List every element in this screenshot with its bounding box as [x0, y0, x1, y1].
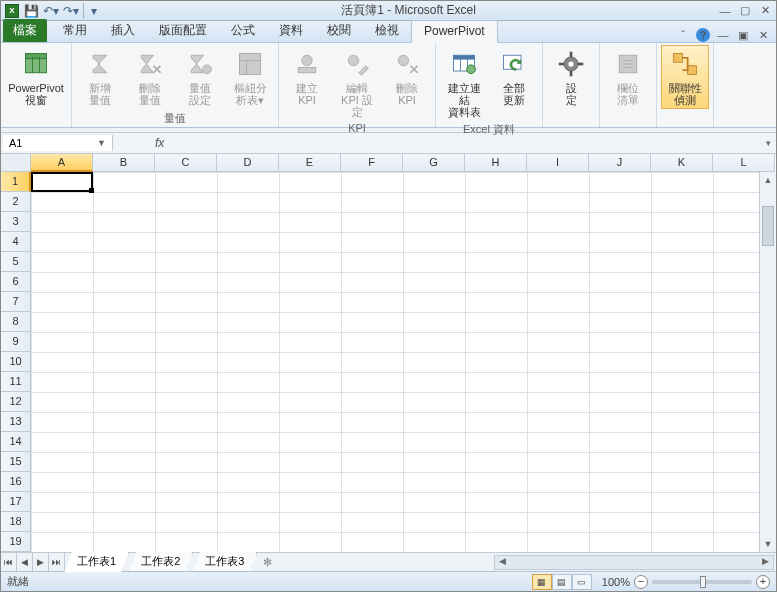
ribbon-update_all-button[interactable]: 全部 更新: [490, 45, 538, 109]
row-header-19[interactable]: 19: [1, 532, 31, 552]
row-header-12[interactable]: 12: [1, 392, 31, 412]
vertical-scrollbar[interactable]: ▲ ▼: [759, 172, 776, 552]
relation-icon: [669, 48, 701, 80]
formula-bar-expand-icon[interactable]: ▾: [760, 138, 776, 148]
row-header-17[interactable]: 17: [1, 492, 31, 512]
column-header-C[interactable]: C: [155, 154, 217, 172]
row-header-1[interactable]: 1: [1, 172, 31, 192]
help-icon[interactable]: ?: [696, 28, 710, 42]
row-header-10[interactable]: 10: [1, 352, 31, 372]
row-header-16[interactable]: 16: [1, 472, 31, 492]
sheet-nav-last-icon[interactable]: ⏭: [49, 553, 65, 571]
minimize-button[interactable]: —: [718, 4, 732, 18]
tab-PowerPivot[interactable]: PowerPivot: [411, 20, 498, 43]
column-header-F[interactable]: F: [341, 154, 403, 172]
column-header-L[interactable]: L: [713, 154, 775, 172]
zoom-out-button[interactable]: −: [634, 575, 648, 589]
tab-校閱[interactable]: 校閱: [315, 19, 363, 42]
sheet-nav-next-icon[interactable]: ▶: [33, 553, 49, 571]
ribbon-group-label: [661, 125, 709, 127]
ribbon-group: 新增 量值刪除 量值量值 設定樞紐分 析表▾量值: [72, 43, 279, 127]
tab-版面配置[interactable]: 版面配置: [147, 19, 219, 42]
ribbon-relation_detect-button[interactable]: 關聯性 偵測: [661, 45, 709, 109]
tab-file[interactable]: 檔案: [3, 19, 47, 42]
tab-插入[interactable]: 插入: [99, 19, 147, 42]
ribbon-linked_table-button[interactable]: 建立連結 資料表: [440, 45, 488, 121]
ribbon-settings-button[interactable]: 設 定: [547, 45, 595, 109]
formula-input[interactable]: [170, 135, 760, 151]
maximize-button[interactable]: ▢: [738, 4, 752, 18]
ribbon-minimize-icon[interactable]: ˇ: [676, 28, 690, 42]
mdi-restore-icon[interactable]: ▣: [736, 28, 750, 42]
scroll-down-icon[interactable]: ▼: [760, 536, 776, 552]
sheet-nav-first-icon[interactable]: ⏮: [1, 553, 17, 571]
close-button[interactable]: ✕: [758, 4, 772, 18]
hscroll-left-icon[interactable]: ◀: [495, 556, 510, 566]
undo-icon[interactable]: ↶▾: [43, 3, 59, 19]
ribbon-group: 欄位 清單: [600, 43, 657, 127]
sheet-tab-工作表2[interactable]: 工作表2: [128, 552, 193, 572]
hscroll-right-icon[interactable]: ▶: [758, 556, 773, 566]
qat-customize-icon[interactable]: ▾: [83, 3, 99, 19]
column-header-E[interactable]: E: [279, 154, 341, 172]
row-header-2[interactable]: 2: [1, 192, 31, 212]
row-header-9[interactable]: 9: [1, 332, 31, 352]
view-switcher: ▦ ▤ ▭: [532, 574, 592, 590]
row-header-5[interactable]: 5: [1, 252, 31, 272]
name-box[interactable]: ▼: [3, 135, 113, 151]
fx-icon[interactable]: fx: [155, 136, 164, 150]
sheet-tab-工作表1[interactable]: 工作表1: [64, 552, 129, 572]
row-header-7[interactable]: 7: [1, 292, 31, 312]
row-header-13[interactable]: 13: [1, 412, 31, 432]
new-sheet-icon[interactable]: ✻: [257, 556, 277, 569]
row-header-15[interactable]: 15: [1, 452, 31, 472]
redo-icon[interactable]: ↷▾: [63, 3, 79, 19]
zoom-in-button[interactable]: +: [756, 575, 770, 589]
select-all-corner[interactable]: [1, 154, 31, 172]
view-normal-icon[interactable]: ▦: [532, 574, 552, 590]
column-header-I[interactable]: I: [527, 154, 589, 172]
ribbon-pp_window-button[interactable]: PowerPivot 視窗: [5, 45, 67, 109]
column-header-J[interactable]: J: [589, 154, 651, 172]
tab-公式[interactable]: 公式: [219, 19, 267, 42]
column-header-D[interactable]: D: [217, 154, 279, 172]
title-bar: X 💾 ↶▾ ↷▾ ▾ 活頁簿1 - Microsoft Excel — ▢ ✕: [1, 1, 776, 21]
tab-檢視[interactable]: 檢視: [363, 19, 411, 42]
row-header-3[interactable]: 3: [1, 212, 31, 232]
zoom-level[interactable]: 100%: [602, 576, 630, 588]
save-icon[interactable]: 💾: [23, 3, 39, 19]
zoom-slider-knob[interactable]: [700, 576, 706, 588]
mdi-close-icon[interactable]: ✕: [756, 28, 770, 42]
tab-常用[interactable]: 常用: [51, 19, 99, 42]
zoom-slider[interactable]: [652, 580, 752, 584]
row-header-18[interactable]: 18: [1, 512, 31, 532]
name-box-dropdown-icon[interactable]: ▼: [97, 138, 106, 148]
row-header-6[interactable]: 6: [1, 272, 31, 292]
name-box-input[interactable]: [9, 137, 79, 149]
scroll-up-icon[interactable]: ▲: [760, 172, 776, 188]
column-header-G[interactable]: G: [403, 154, 465, 172]
svg-point-8: [302, 55, 313, 66]
mdi-minimize-icon[interactable]: —: [716, 28, 730, 42]
fill-handle[interactable]: [89, 188, 94, 193]
column-header-B[interactable]: B: [93, 154, 155, 172]
svg-rect-13: [454, 55, 475, 59]
view-pagebreak-icon[interactable]: ▭: [572, 574, 592, 590]
active-cell[interactable]: [31, 172, 93, 192]
column-header-K[interactable]: K: [651, 154, 713, 172]
column-header-H[interactable]: H: [465, 154, 527, 172]
sheet-tab-工作表3[interactable]: 工作表3: [192, 552, 257, 572]
tab-資料[interactable]: 資料: [267, 19, 315, 42]
sheet-nav-prev-icon[interactable]: ◀: [17, 553, 33, 571]
cells-area[interactable]: [31, 172, 776, 552]
excel-icon[interactable]: X: [5, 4, 19, 18]
row-header-11[interactable]: 11: [1, 372, 31, 392]
view-pagelayout-icon[interactable]: ▤: [552, 574, 572, 590]
horizontal-scrollbar[interactable]: ◀▶: [277, 555, 776, 570]
row-header-4[interactable]: 4: [1, 232, 31, 252]
row-header-14[interactable]: 14: [1, 432, 31, 452]
scroll-thumb[interactable]: [762, 206, 774, 246]
column-header-A[interactable]: A: [31, 154, 93, 172]
ribbon-group: 關聯性 偵測: [657, 43, 714, 127]
row-header-8[interactable]: 8: [1, 312, 31, 332]
